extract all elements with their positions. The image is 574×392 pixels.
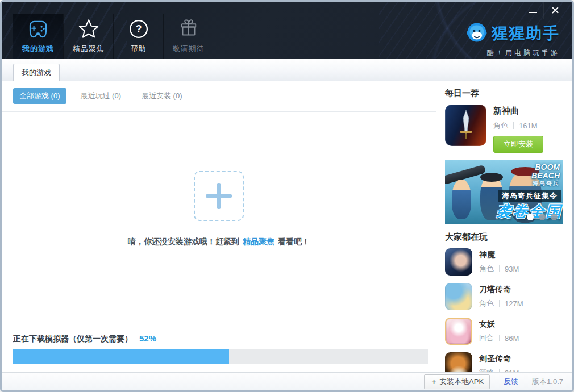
daily-pick-heading: 每日一荐 [445, 88, 563, 99]
progress-percent: 52% [139, 333, 156, 343]
title-bar: 我的游戏 精品聚焦 ? 帮助 [2, 2, 572, 59]
nav-label: 我的游戏 [22, 44, 54, 54]
brand-area: 猩猩助手 酷！用电脑玩手游 [467, 22, 560, 58]
nav-item-coming-soon[interactable]: 敬请期待 [163, 14, 213, 59]
game-icon [445, 283, 472, 310]
content-area: 全部游戏 (0) 最近玩过 (0) 最近安装 (0) 唷，你还没安装游戏哦！赶紧… [2, 81, 572, 372]
game-category: 角色 [479, 264, 494, 274]
install-local-apk-button[interactable]: ＋ 安装本地APK [424, 374, 490, 389]
emulator-download-progress: 正在下载模拟器（仅第一次需要） 52% [13, 333, 428, 364]
game-list-item[interactable]: 女妖 回合 86M [445, 318, 563, 345]
featured-game-card[interactable]: 新神曲 角色 161M 立即安装 [445, 105, 563, 153]
empty-message-prefix: 唷，你还没安装游戏哦！赶紧到 [128, 237, 239, 246]
game-title: 神魔 [479, 250, 519, 260]
close-icon [551, 6, 560, 15]
sword-game-icon [454, 109, 479, 142]
progress-bar-track [13, 349, 428, 364]
main-panel: 全部游戏 (0) 最近玩过 (0) 最近安装 (0) 唷，你还没安装游戏哦！赶紧… [2, 81, 436, 372]
banner-slogan: 海岛奇兵征集令 [498, 190, 561, 202]
banner-brand-line2: BEACH [531, 172, 560, 180]
nav-label: 帮助 [131, 44, 147, 54]
meta-divider [499, 300, 500, 307]
progress-label: 正在下载模拟器（仅第一次需要） [13, 334, 132, 344]
close-button[interactable] [544, 2, 565, 19]
featured-game-meta: 角色 161M [493, 120, 543, 131]
featured-game-info: 新神曲 角色 161M 立即安装 [493, 105, 543, 153]
game-category: 角色 [493, 120, 508, 131]
nav-label: 精品聚焦 [73, 44, 105, 54]
filter-recently-installed[interactable]: 最近安装 (0) [135, 88, 189, 104]
game-icon [445, 318, 472, 345]
tab-my-games[interactable]: 我的游戏 [13, 64, 60, 81]
install-now-button[interactable]: 立即安装 [493, 136, 543, 153]
minimize-icon [529, 12, 537, 13]
everyone-playing-heading: 大家都在玩 [445, 232, 563, 243]
nav-item-help[interactable]: ? 帮助 [113, 14, 163, 59]
meta-divider [499, 335, 500, 341]
game-size: 161M [519, 122, 538, 130]
status-bar: ＋ 安装本地APK 反馈 版本1.0.7 [2, 372, 572, 390]
game-category: 回合 [479, 333, 494, 343]
meta-divider [499, 265, 500, 272]
tab-label: 我的游戏 [22, 68, 51, 78]
gift-icon [176, 16, 201, 41]
featured-game-title: 新神曲 [493, 106, 543, 116]
filter-bar: 全部游戏 (0) 最近玩过 (0) 最近安装 (0) [2, 81, 436, 112]
brand-name: 猩猩助手 [492, 23, 560, 44]
nav-label: 敬请期待 [173, 44, 205, 54]
game-size: 127M [505, 299, 523, 308]
game-info: 刀塔传奇 角色 127M [479, 285, 523, 308]
star-icon [76, 16, 101, 41]
game-meta: 角色 127M [479, 298, 523, 308]
progress-fill [13, 349, 229, 364]
carousel-dot[interactable] [527, 214, 534, 220]
filter-all-games[interactable]: 全部游戏 (0) [13, 88, 66, 104]
monkey-logo-icon [467, 22, 487, 45]
feedback-link[interactable]: 反馈 [504, 377, 518, 387]
app-window: 我的游戏 精品聚焦 ? 帮助 [0, 0, 574, 392]
tab-strip: 我的游戏 [2, 59, 572, 81]
featured-link[interactable]: 精品聚焦 [243, 237, 274, 246]
main-nav: 我的游戏 精品聚焦 ? 帮助 [13, 14, 213, 59]
nav-item-my-games[interactable]: 我的游戏 [13, 14, 63, 59]
game-title: 女妖 [479, 319, 519, 330]
game-list-item[interactable]: 剑圣传奇 策略 91M [445, 352, 563, 372]
game-category: 策略 [479, 368, 494, 372]
game-title: 刀塔传奇 [479, 285, 523, 295]
promo-banner[interactable]: BOOM BEACH 海岛奇兵 海岛奇兵征集令 袭卷全国 [445, 160, 563, 224]
window-controls [522, 2, 565, 19]
game-list-item[interactable]: 神魔 角色 93M [445, 248, 563, 276]
game-info: 神魔 角色 93M [479, 250, 519, 274]
game-size: 86M [505, 334, 519, 343]
plus-icon: ＋ [430, 377, 438, 387]
sidebar: 每日一荐 新神曲 角色 161M 立即安装 [436, 81, 572, 372]
game-meta: 策略 91M [479, 368, 519, 372]
empty-state-message: 唷，你还没安装游戏哦！赶紧到精品聚焦看看吧！ [2, 237, 436, 247]
gamepad-icon [26, 16, 51, 41]
game-meta: 回合 86M [479, 333, 519, 343]
carousel-dot[interactable] [551, 214, 558, 220]
carousel-dots [527, 214, 558, 220]
install-apk-label: 安装本地APK [439, 377, 484, 387]
game-meta: 角色 93M [479, 264, 519, 274]
featured-game-icon [445, 105, 486, 146]
banner-brand-cn: 海岛奇兵 [531, 181, 560, 187]
game-size: 93M [505, 265, 519, 273]
filter-recently-played[interactable]: 最近玩过 (0) [74, 88, 128, 104]
banner-illustration [452, 180, 471, 219]
banner-illustration [480, 173, 503, 182]
game-list-item[interactable]: 刀塔传奇 角色 127M [445, 283, 563, 310]
banner-brand-line1: BOOM [531, 163, 560, 172]
add-game-button[interactable] [194, 171, 244, 221]
game-icon [445, 352, 472, 372]
brand-tagline: 酷！用电脑玩手游 [467, 48, 560, 58]
game-info: 女妖 回合 86M [479, 319, 519, 343]
svg-text:?: ? [135, 23, 142, 35]
carousel-dot[interactable] [539, 214, 546, 220]
meta-divider [513, 122, 514, 129]
nav-item-featured[interactable]: 精品聚焦 [63, 14, 113, 59]
game-icon [445, 248, 472, 276]
game-title: 剑圣传奇 [479, 354, 519, 364]
minimize-button[interactable] [522, 2, 544, 19]
empty-message-suffix: 看看吧！ [278, 237, 310, 246]
